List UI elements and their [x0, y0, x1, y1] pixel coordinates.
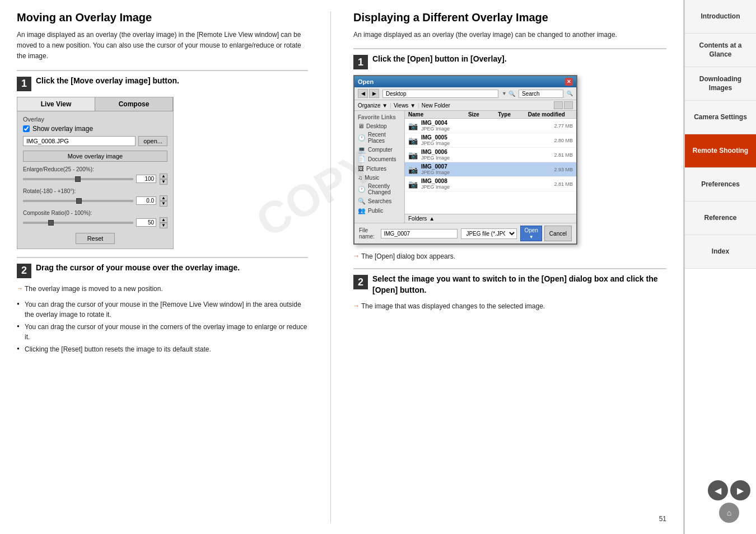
new-folder-btn[interactable]: New Folder	[422, 102, 450, 109]
file-item-0006[interactable]: 📷 IMG_0006 JPEG Image 2.81 MB	[405, 148, 576, 162]
sidebar-searches[interactable]: 🔍 Searches	[354, 196, 404, 206]
composite-track[interactable]	[23, 222, 133, 224]
enlarge-up-btn[interactable]: ▲	[160, 174, 167, 179]
dialog-close-button[interactable]: ✕	[565, 78, 573, 86]
rotate-up-btn[interactable]: ▲	[160, 195, 167, 201]
enlarge-down-btn[interactable]: ▼	[160, 179, 167, 185]
dialog-forward-btn[interactable]: ▶	[369, 89, 379, 98]
file-icon-0007: 📷	[408, 165, 418, 174]
composite-down-btn[interactable]: ▼	[160, 223, 167, 228]
dialog-col-headers: Name Size Type Date modified	[405, 111, 576, 119]
nav-reference[interactable]: Reference	[685, 202, 756, 235]
footer-buttons: Open ▼ Cancel	[520, 226, 572, 241]
dialog-file-area: Name Size Type Date modified 📷 IMG_0004 …	[405, 111, 576, 223]
rotate-down-btn[interactable]: ▼	[160, 201, 167, 207]
right-description: An image displayed as an overlay (the ov…	[353, 30, 666, 40]
enlarge-value: 100	[136, 175, 156, 183]
step1-right-title: Click the [Open] button in [Overlay].	[372, 54, 507, 65]
dialog-body: Favorite Links 🖥 Desktop 🕐 Recent Places…	[354, 111, 576, 223]
dialog-back-btn[interactable]: ◀	[358, 89, 368, 98]
next-page-button[interactable]: ▶	[730, 480, 750, 500]
view-toggle[interactable]	[554, 101, 573, 109]
enlarge-thumb[interactable]	[75, 176, 81, 182]
enlarge-track[interactable]	[23, 178, 133, 180]
sidebar-documents[interactable]: 📄 Documents	[354, 154, 404, 164]
sidebar-desktop[interactable]: 🖥 Desktop	[354, 121, 404, 130]
filetype-select[interactable]: JPEG file (*.JPG; *.JPEG)	[461, 228, 517, 239]
step2-right-result: The image that was displayed changes to …	[353, 301, 666, 311]
file-item-0004[interactable]: 📷 IMG_0004 JPEG Image 2.77 MB	[405, 119, 576, 133]
tab-compose[interactable]: Compose	[95, 97, 173, 111]
composite-thumb[interactable]	[48, 220, 54, 226]
sidebar-public[interactable]: 👥 Public	[354, 206, 404, 216]
show-overlay-label: Show overlay image	[32, 125, 93, 133]
searches-icon: 🔍	[358, 198, 366, 205]
file-item-0007[interactable]: 📷 IMG_0007 JPEG Image 2.93 MB	[405, 162, 576, 177]
prev-next-arrows: ◀ ▶	[708, 480, 750, 500]
home-button[interactable]: ⌂	[719, 503, 739, 523]
dialog-open-button[interactable]: Open ▼	[520, 226, 542, 241]
col-name: Name	[408, 111, 468, 118]
sidebar-computer[interactable]: 💻 Computer	[354, 145, 404, 154]
rotate-slider-row: Rotate(-180 - +180°): 0.0 ▲ ▼	[23, 188, 167, 207]
reset-button[interactable]: Reset	[76, 233, 115, 244]
step1-left-header: 1 Click the [Move overlay image] button.	[17, 70, 308, 91]
overlay-panel: Live View Compose Overlay Show overlay i…	[17, 97, 174, 249]
rotate-value: 0.0	[136, 196, 156, 205]
sidebar-recent-places[interactable]: 🕐 Recent Places	[354, 130, 404, 145]
sidebar-pictures[interactable]: 🖼 Pictures	[354, 164, 404, 173]
show-overlay-checkbox[interactable]	[23, 125, 30, 132]
enlarge-slider-row: Enlarge/Reduce(25 - 200%): 100 ▲ ▼	[23, 166, 167, 185]
dialog-cancel-button[interactable]: Cancel	[544, 226, 572, 241]
recently-changed-label: Recently Changed	[368, 183, 401, 195]
col-date: Date modified	[528, 111, 573, 118]
file-icon-0004: 📷	[408, 121, 418, 130]
file-item-0005[interactable]: 📷 IMG_0005 JPEG Image 2.80 MB	[405, 133, 576, 148]
move-overlay-button[interactable]: Move overlay image	[23, 151, 167, 162]
rotate-thumb[interactable]	[76, 198, 82, 204]
composite-spinners[interactable]: ▲ ▼	[160, 217, 167, 228]
nav-index[interactable]: Index	[685, 235, 756, 269]
nav-downloading-images[interactable]: Downloading Images	[685, 67, 756, 101]
favorite-links-label: Favorite Links	[358, 114, 396, 120]
file-info-0007: IMG_0007 JPEG Image	[421, 163, 550, 175]
rotate-spinners[interactable]: ▲ ▼	[160, 195, 167, 207]
nav-preferences[interactable]: Preferences	[685, 168, 756, 202]
open-dropdown-icon[interactable]: ▼	[529, 235, 534, 240]
filename-input[interactable]	[381, 229, 458, 238]
nav-remote-shooting[interactable]: Remote Shooting	[685, 134, 756, 168]
dialog-toolbar2: Organize ▼ | Views ▼ | New Folder	[354, 100, 576, 111]
nav-introduction[interactable]: Introduction	[685, 0, 756, 34]
dialog-path[interactable]: Desktop	[382, 90, 498, 98]
composite-up-btn[interactable]: ▲	[160, 217, 167, 223]
overlay-section-label: Overlay	[23, 116, 167, 123]
sidebar-recently-changed[interactable]: 🕐 Recently Changed	[354, 182, 404, 196]
file-item-0008[interactable]: 📷 IMG_0008 JPEG Image 2.81 MB	[405, 177, 576, 191]
dialog-file-list: 📷 IMG_0004 JPEG Image 2.77 MB 📷 IMG_0005	[405, 119, 576, 214]
file-icon-0008: 📷	[408, 180, 418, 189]
view-icon-1[interactable]	[554, 101, 563, 109]
tab-live-view[interactable]: Live View	[17, 97, 95, 111]
sidebar-music[interactable]: ♫ Music	[354, 173, 404, 182]
enlarge-spinners[interactable]: ▲ ▼	[160, 174, 167, 185]
nav-contents-at-glance[interactable]: Contents at a Glance	[685, 34, 756, 67]
recent-icon: 🕐	[358, 134, 366, 142]
organize-menu[interactable]: Organize ▼	[358, 102, 388, 109]
recently-changed-icon: 🕐	[358, 186, 366, 193]
right-title: Displaying a Different Overlay Image	[353, 11, 666, 24]
music-label: Music	[365, 175, 379, 181]
nav-camera-settings[interactable]: Camera Settings	[685, 101, 756, 134]
dialog-search-input[interactable]: Search	[519, 90, 563, 98]
dialog-nav-buttons: ◀ ▶	[358, 89, 379, 98]
search-icon: 🔍	[567, 91, 573, 96]
searches-label: Searches	[368, 198, 391, 204]
folders-section[interactable]: Folders ▲	[405, 214, 576, 223]
file-icon-0005: 📷	[408, 136, 418, 145]
prev-page-button[interactable]: ◀	[708, 480, 728, 500]
documents-label: Documents	[368, 156, 396, 162]
views-menu[interactable]: Views ▼	[394, 102, 416, 109]
rotate-track[interactable]	[23, 200, 133, 202]
file-open-dialog: Open ✕ ◀ ▶ Desktop ▼ 🔍 Search 🔍 Organize	[353, 75, 577, 245]
open-file-button[interactable]: open...	[138, 136, 167, 146]
view-icon-2[interactable]	[564, 101, 573, 109]
